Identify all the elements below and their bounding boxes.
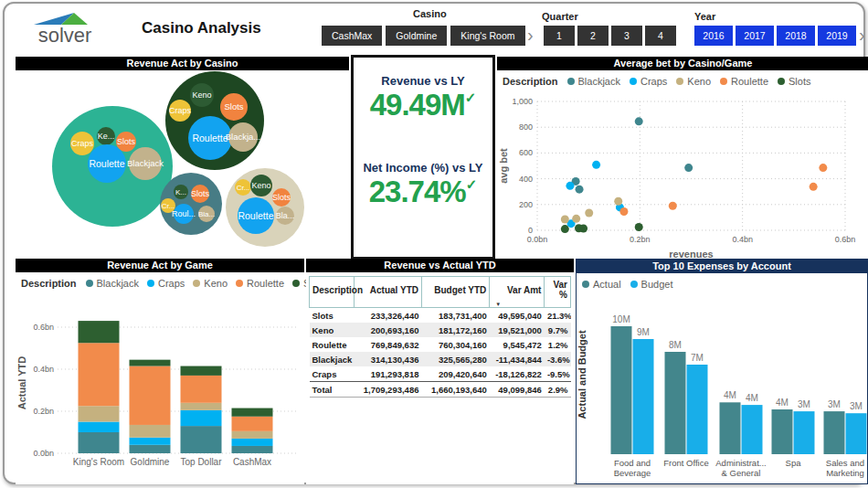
stack-segment-blackjack[interactable] — [181, 426, 222, 453]
casino-scroll-chevron-icon[interactable]: › — [527, 26, 534, 44]
legend-item-slots[interactable]: Slots — [778, 76, 810, 87]
table-row-total[interactable]: Total1,709,293,4861,660,193,64049,099,84… — [310, 382, 571, 398]
casino-analysis-dashboard: solver Casino Analysis Casino CashMaxGol… — [3, 2, 865, 484]
svg-text:Sales and: Sales and — [826, 458, 864, 468]
year-button-2016[interactable]: 2016 — [694, 26, 733, 46]
svg-text:Front Office: Front Office — [663, 458, 708, 468]
svg-text:9M: 9M — [637, 327, 650, 337]
column-header-var[interactable]: Var % — [545, 277, 571, 308]
scatter-point-craps[interactable] — [592, 161, 600, 169]
year-scroll-chevron-icon[interactable]: › — [859, 26, 865, 44]
budget-bar[interactable] — [794, 411, 815, 454]
stack-segment-blackjack[interactable] — [130, 445, 171, 453]
table-row-blackjack[interactable]: Blackjack314,130,436325,565,280-11,434,8… — [310, 352, 571, 366]
scatter-point-roulette[interactable] — [669, 202, 677, 210]
legend-item-craps[interactable]: Craps — [147, 278, 185, 289]
quarter-button-2[interactable]: 2 — [577, 26, 609, 46]
column-header-budget-ytd[interactable]: Budget YTD — [421, 277, 489, 308]
quarter-button-4[interactable]: 4 — [645, 26, 676, 46]
stack-segment-roulette[interactable] — [130, 366, 171, 425]
scatter-point-roulette[interactable] — [810, 183, 818, 191]
year-button-2019[interactable]: 2019 — [818, 26, 856, 46]
scatter-point-blackjack[interactable] — [684, 164, 693, 172]
budget-bar[interactable] — [846, 413, 867, 454]
actual-bar[interactable] — [824, 411, 845, 454]
svg-text:Cr...: Cr... — [237, 184, 250, 192]
legend-item-blackjack[interactable]: Blackjack — [567, 76, 620, 87]
table-row-roulette[interactable]: Roulette769,849,632760,304,1609,545,4721… — [310, 337, 571, 352]
svg-text:Blackjack: Blackjack — [127, 158, 164, 168]
legend-item-keno[interactable]: Keno — [676, 76, 711, 87]
cell-value: 233,326,440 — [354, 308, 421, 324]
stack-segment-roulette[interactable] — [79, 343, 120, 406]
svg-text:Actual YTD: Actual YTD — [16, 356, 27, 410]
table-row-slots[interactable]: Slots233,326,440183,731,40049,595,04021.… — [310, 308, 571, 324]
quarter-button-1[interactable]: 1 — [544, 26, 575, 46]
scatter-point-keno[interactable] — [614, 197, 622, 206]
stack-segment-craps[interactable] — [232, 439, 273, 446]
actual-bar[interactable] — [772, 409, 793, 454]
casino-button-cashmax[interactable]: CashMax — [322, 26, 382, 46]
legend-item-roulette[interactable]: Roulette — [236, 278, 284, 289]
stack-segment-craps[interactable] — [130, 438, 171, 445]
stack-segment-craps[interactable] — [79, 422, 120, 433]
column-header-description[interactable]: Description — [310, 277, 355, 308]
craps-dot-icon — [147, 280, 154, 287]
budget-bar[interactable] — [742, 405, 763, 454]
column-header-actual-ytd[interactable]: Actual YTD — [354, 277, 421, 308]
legend-item-craps[interactable]: Craps — [630, 76, 667, 87]
cell-value: 1.2% — [545, 337, 571, 352]
svg-text:Marketing: Marketing — [826, 468, 864, 478]
cell-value: 19,521,000 — [490, 323, 545, 337]
scatter-point-keno[interactable] — [572, 215, 580, 223]
table-row-craps[interactable]: Craps191,293,818209,420,640-18,126,822-9… — [310, 366, 571, 382]
stack-segment-keno[interactable] — [79, 406, 120, 421]
stack-segment-slots[interactable] — [181, 366, 222, 376]
scatter-point-roulette[interactable] — [619, 207, 628, 216]
svg-text:400: 400 — [519, 175, 533, 184]
scatter-point-keno[interactable] — [561, 216, 569, 224]
stack-segment-keno[interactable] — [130, 425, 171, 438]
column-header-var-amt[interactable]: Var Amt▼ — [490, 277, 545, 308]
svg-text:& General: & General — [722, 468, 761, 478]
year-button-2018[interactable]: 2018 — [777, 26, 815, 46]
scatter-point-blackjack[interactable] — [635, 117, 643, 125]
stack-segment-craps[interactable] — [181, 410, 222, 426]
legend-item-roulette[interactable]: Roulette — [720, 76, 768, 87]
casino-button-king-s-room[interactable]: King's Room — [450, 26, 524, 46]
stack-segment-roulette[interactable] — [181, 376, 222, 403]
svg-text:avg bet: avg bet — [498, 148, 509, 184]
scatter-point-slots[interactable] — [561, 225, 569, 233]
scatter-point-craps[interactable] — [566, 182, 574, 190]
budget-bar[interactable] — [687, 365, 708, 454]
stack-segment-roulette[interactable] — [232, 417, 273, 431]
legend-item-blackjack[interactable]: Blackjack — [86, 278, 139, 289]
actual-bar[interactable] — [665, 352, 686, 454]
cell-value: 209,420,640 — [421, 366, 489, 382]
stack-segment-slots[interactable] — [130, 360, 171, 366]
scatter-point-slots[interactable] — [635, 223, 643, 231]
actual-bar[interactable] — [611, 326, 632, 454]
stack-segment-slots[interactable] — [232, 408, 273, 417]
stack-segment-slots[interactable] — [79, 321, 120, 343]
year-button-2017[interactable]: 2017 — [736, 26, 774, 46]
quarter-button-3[interactable]: 3 — [611, 26, 642, 46]
stack-segment-blackjack[interactable] — [79, 432, 120, 453]
legend-item-actual[interactable]: Actual — [582, 279, 621, 290]
scatter-point-roulette[interactable] — [819, 164, 827, 172]
stack-segment-blackjack[interactable] — [232, 446, 273, 453]
scatter-point-slots[interactable] — [579, 225, 587, 233]
stack-segment-keno[interactable] — [232, 431, 273, 439]
actual-bar[interactable] — [720, 402, 741, 454]
revenue-vs-ly-value: 49.49M✓ — [354, 88, 492, 122]
dashboard-stage: solver Casino Analysis Casino CashMaxGol… — [0, 0, 868, 488]
logo-text: solver — [38, 24, 92, 47]
legend-item-keno[interactable]: Keno — [193, 278, 228, 289]
budget-bar[interactable] — [633, 339, 654, 454]
scatter-point-keno[interactable] — [585, 208, 593, 217]
legend-item-budget[interactable]: Budget — [630, 279, 673, 290]
casino-button-goldmine[interactable]: Goldmine — [386, 26, 447, 46]
scatter-point-blackjack[interactable] — [576, 186, 584, 194]
stack-segment-keno[interactable] — [181, 403, 222, 410]
table-row-keno[interactable]: Keno200,693,160181,172,16019,521,0009.7% — [310, 323, 571, 337]
